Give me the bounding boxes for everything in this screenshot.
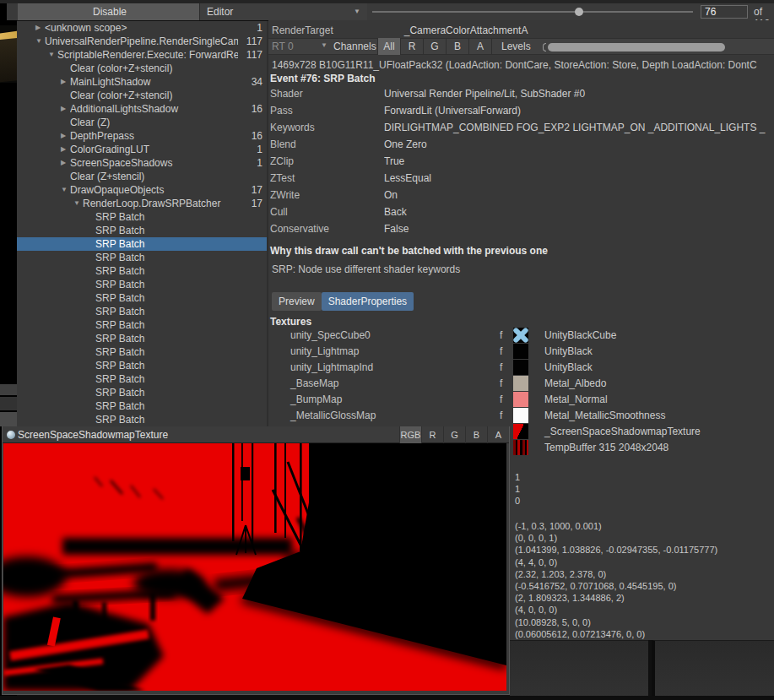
- texture-property-name: unity_Lightmap: [290, 345, 359, 357]
- tree-item-label: SRP Batch: [95, 211, 238, 223]
- chevron-right-icon[interactable]: ▶: [35, 21, 45, 35]
- tree-item[interactable]: SRP Batch: [17, 359, 267, 372]
- texture-thumbnail-tempbuffer[interactable]: [513, 440, 528, 455]
- vector-value: (2.32, 1.203, 2.378, 0): [515, 568, 717, 580]
- tree-item-label: SRP Batch: [95, 238, 238, 250]
- tree-item-label: SRP Batch: [95, 373, 238, 385]
- tree-item-label: SRP Batch: [95, 360, 238, 372]
- tree-item[interactable]: SRP Batch: [17, 264, 267, 278]
- chevron-right-icon[interactable]: ▶: [61, 156, 70, 170]
- tree-item[interactable]: SRP Batch: [17, 332, 267, 345]
- chevron-right-icon[interactable]: ▶: [61, 75, 70, 89]
- tree-item[interactable]: ▶AdditionalLightsShadow16: [17, 102, 267, 116]
- tree-item[interactable]: ▼UniversalRenderPipeline.RenderSingleCam…: [17, 35, 267, 48]
- tree-item[interactable]: ▼DrawOpaqueObjects17: [17, 183, 267, 197]
- tree-item[interactable]: Clear (color+Z+stencil): [17, 62, 267, 75]
- tree-item[interactable]: ▼ScriptableRenderer.Execute: ForwardRend…: [17, 48, 267, 62]
- preview-titlebar[interactable]: ScreenSpaceShadowmapTexture RGBRGBA: [3, 426, 509, 443]
- vector-value: (2, 1.809323, 1.344886, 2): [515, 592, 717, 604]
- chevron-down-icon[interactable]: ▼: [48, 48, 57, 62]
- property-row: PassForwardLit (UniversalForward): [270, 105, 773, 122]
- tree-item[interactable]: ▶ColorGradingLUT1: [17, 143, 267, 156]
- texture-thumbnail-white[interactable]: [513, 408, 528, 423]
- target-selector-dropdown[interactable]: Editor ▼: [199, 3, 367, 20]
- texture-thumbnail-cube[interactable]: [513, 328, 528, 343]
- property-row: CullBack: [270, 206, 773, 223]
- event-tree: ▶<unknown scope>1▼UniversalRenderPipelin…: [17, 21, 267, 426]
- texture-thumbnail-normal[interactable]: [513, 392, 528, 407]
- tree-item[interactable]: ▶DepthPrepass16: [17, 129, 267, 143]
- tree-item-label: SRP Batch: [95, 265, 238, 277]
- event-number-input[interactable]: 76: [701, 5, 748, 19]
- target-selector-label: Editor: [207, 6, 233, 18]
- channel-button-b[interactable]: B: [446, 38, 469, 55]
- channels-label: Channels: [333, 41, 376, 52]
- channel-button-r[interactable]: R: [400, 38, 424, 55]
- vector-value: (4, 0, 0, 0): [515, 604, 717, 616]
- texture-thumbnail-albedo[interactable]: [513, 376, 528, 391]
- vector-value: (0, 0, 0, 1): [515, 532, 717, 544]
- preview-channel-button-r[interactable]: R: [421, 426, 443, 443]
- tree-item[interactable]: SRP Batch: [17, 291, 267, 305]
- texture-thumbnail-black[interactable]: [513, 360, 528, 375]
- tree-item[interactable]: SRP Batch: [17, 372, 267, 386]
- levels-slider-bar[interactable]: [548, 43, 725, 52]
- chevron-right-icon[interactable]: ▶: [61, 129, 70, 143]
- tree-item[interactable]: SRP Batch: [17, 386, 267, 399]
- chevron-right-icon[interactable]: ▶: [61, 143, 70, 156]
- vector-values: (-1, 0.3, 1000, 0.001)(0, 0, 0, 1)(1.041…: [515, 520, 717, 640]
- tree-item-count: 16: [238, 103, 267, 115]
- scene-object-body: [0, 38, 17, 83]
- tree-item[interactable]: SRP Batch: [17, 318, 267, 332]
- tree-item[interactable]: ▶ScreenSpaceShadows1: [17, 156, 267, 170]
- tree-item-count: 117: [238, 35, 267, 47]
- tab-preview[interactable]: Preview: [272, 292, 322, 311]
- tree-item[interactable]: SRP Batch: [17, 399, 267, 413]
- tree-item-label: ScriptableRenderer.Execute: ForwardRende: [57, 49, 238, 61]
- channel-button-all[interactable]: All: [377, 38, 401, 55]
- tree-item[interactable]: Clear (Z): [17, 116, 267, 129]
- channel-button-a[interactable]: A: [468, 38, 492, 55]
- texture-thumbnail-shadowmap[interactable]: [513, 424, 528, 439]
- disable-button[interactable]: Disable: [18, 3, 202, 20]
- event-slider[interactable]: [372, 3, 693, 20]
- chevron-down-icon[interactable]: ▼: [61, 183, 70, 197]
- tree-item-label: SRP Batch: [95, 292, 238, 304]
- chevron-right-icon[interactable]: ▶: [61, 102, 70, 116]
- texture-type: f: [500, 377, 502, 389]
- property-row: ConservativeFalse: [270, 223, 773, 240]
- tree-item[interactable]: SRP Batch: [17, 237, 267, 251]
- tree-item[interactable]: SRP Batch: [17, 210, 267, 224]
- chevron-down-icon[interactable]: ▼: [35, 35, 45, 48]
- tab-shaderproperties[interactable]: ShaderProperties: [322, 292, 414, 311]
- preview-channel-button-rgb[interactable]: RGB: [399, 426, 421, 443]
- levels-slider[interactable]: [543, 43, 725, 52]
- preview-channel-button-a[interactable]: A: [487, 426, 509, 443]
- chevron-down-icon[interactable]: ▼: [73, 197, 83, 210]
- channel-button-g[interactable]: G: [423, 38, 447, 55]
- preview-channel-button-g[interactable]: G: [443, 426, 465, 443]
- tree-item[interactable]: SRP Batch: [17, 278, 267, 291]
- number-value: 1: [515, 483, 520, 495]
- tree-item[interactable]: ▶<unknown scope>1: [17, 21, 267, 35]
- texture-type: f: [500, 345, 502, 357]
- tree-item[interactable]: SRP Batch: [17, 251, 267, 264]
- tree-item[interactable]: SRP Batch: [17, 224, 267, 237]
- tree-item[interactable]: SRP Batch: [17, 305, 267, 318]
- background-bar: [0, 412, 17, 426]
- tree-item[interactable]: SRP Batch: [17, 413, 267, 426]
- texture-row: _BumpMapfMetal_Normal: [268, 392, 774, 408]
- texture-thumbnail-black[interactable]: [513, 344, 528, 359]
- tree-item[interactable]: SRP Batch: [17, 345, 267, 359]
- tree-item[interactable]: Clear (color+Z+stencil): [17, 89, 267, 102]
- preview-window-title: ScreenSpaceShadowmapTexture: [18, 429, 399, 441]
- event-slider-thumb[interactable]: [575, 8, 583, 16]
- preview-channel-button-b[interactable]: B: [465, 426, 487, 443]
- property-value: LessEqual: [384, 172, 773, 189]
- texture-property-name: unity_LightmapInd: [290, 361, 373, 373]
- rt-index-dropdown[interactable]: RT 0 ▼: [272, 41, 333, 52]
- texture-preview-window: ScreenSpaceShadowmapTexture RGBRGBA: [2, 426, 510, 695]
- tree-item[interactable]: Clear (Z+stencil): [17, 170, 267, 183]
- tree-item[interactable]: ▶MainLightShadow34: [17, 75, 267, 89]
- tree-item[interactable]: ▼RenderLoop.DrawSRPBatcher17: [17, 197, 267, 210]
